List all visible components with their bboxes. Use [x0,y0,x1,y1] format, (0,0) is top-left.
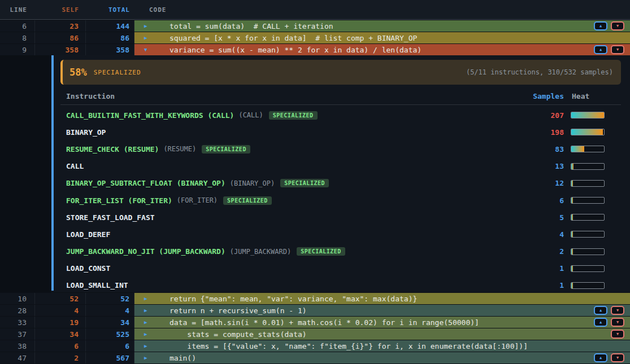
heat-cell [571,231,621,238]
samples-value: 4 [529,230,564,239]
heat-cell [571,180,621,187]
code-cell[interactable]: ▶ total = sum(data) # CALL + iteration ▲… [134,20,630,32]
self-samples-cell: 52 [35,293,86,304]
code-row: 28 4 4 ▶ return n + recursive_sum(n - 1)… [0,305,630,316]
row-buttons: ▲ ▼ [611,330,624,339]
instruction-row: BINARY_OP_SUBTRACT_FLOAT (BINARY_OP) (BI… [60,175,621,192]
expand-triangle-icon[interactable]: ▶ [144,343,151,349]
move-up-button[interactable]: ▲ [594,45,607,54]
panel-content: 58% SPECIALIZED (5/11 instructions, 310/… [51,55,630,292]
move-up-button[interactable]: ▲ [594,21,607,30]
expand-triangle-icon[interactable]: ▶ [144,319,151,325]
code-cell[interactable]: ▶ items = [{"value": x, "name": f"item_{… [134,340,630,352]
heat-bar-fill [571,249,573,255]
col-header-heat[interactable]: Heat [571,92,621,100]
expand-triangle-icon[interactable]: ▶ [144,308,151,313]
base-instruction-name: (CALL) [238,111,263,119]
instruction-name-cell: LOAD_SMALL_INT [66,281,529,290]
samples-value: 1 [529,264,564,273]
total-samples-cell: 144 [86,20,134,32]
heat-bar-fill [571,112,604,118]
move-down-button[interactable]: ▼ [611,45,624,54]
code-row: 9 358 358 ▼ variance = sum((x - mean) **… [0,44,630,55]
expand-triangle-icon[interactable]: ▶ [144,23,151,29]
col-header-instruction[interactable]: Instruction [66,92,529,100]
samples-value: 198 [529,128,564,137]
col-header-total[interactable]: TOTAL [86,6,134,14]
expand-triangle-icon[interactable]: ▶ [144,355,151,361]
heat-bar-track [571,146,605,152]
instruction-name: CALL [66,162,84,170]
move-down-button[interactable]: ▼ [611,306,624,315]
heat-bar-track [571,231,605,238]
instruction-table-header: Instruction Samples Heat [60,87,621,105]
move-down-button[interactable]: ▼ [611,318,624,327]
self-samples-cell: 4 [35,305,86,316]
move-down-button[interactable]: ▼ [611,353,624,362]
specialized-label: SPECIALIZED [94,69,141,76]
heat-cell [571,129,621,135]
instruction-name: BINARY_OP_SUBTRACT_FLOAT (BINARY_OP) [66,179,225,187]
row-buttons: ▲ ▼ [594,318,624,327]
instruction-name-cell: STORE_FAST_LOAD_FAST [66,213,529,222]
instruction-name-cell: CALL_BUILTIN_FAST_WITH_KEYWORDS (CALL) (… [66,111,529,120]
specialized-badge: SPECIALIZED [223,196,272,205]
instruction-name-cell: LOAD_CONST [66,264,529,273]
instruction-name-cell: RESUME_CHECK (RESUME) (RESUME) SPECIALIZ… [66,145,529,154]
total-samples-cell: 4 [86,305,134,316]
samples-value: 1 [529,281,564,290]
samples-value: 207 [529,111,564,120]
heat-cell [571,248,621,255]
move-down-button[interactable]: ▼ [611,330,624,339]
expand-triangle-icon[interactable]: ▶ [144,296,151,301]
panel-gutter [0,55,51,292]
row-buttons: ▲ ▼ [594,306,624,315]
code-row: 38 6 6 ▶ items = [{"value": x, "name": f… [0,340,630,352]
code-cell[interactable]: ▶ data = [math.sin(i * 0.01) + math.cos(… [134,317,630,328]
col-header-samples[interactable]: Samples [529,92,564,100]
code-cell[interactable]: ▶ stats = compute_stats(data) ▲ ▼ [134,328,630,340]
move-up-button[interactable]: ▲ [594,318,607,327]
samples-value: 13 [529,162,564,170]
profiler-app: LINE SELF TOTAL CODE 6 23 144 ▶ total = … [0,0,630,364]
move-up-button[interactable]: ▲ [594,306,607,315]
heat-bar-track [571,282,605,289]
heat-bar-fill [571,164,573,169]
expand-triangle-icon[interactable]: ▶ [144,35,151,41]
self-samples-cell: 6 [35,340,86,352]
code-cell[interactable]: ▼ variance = sum((x - mean) ** 2 for x i… [134,44,630,55]
code-cell[interactable]: ▶ return {"mean": mean, "var": variance,… [134,293,630,304]
col-header-self[interactable]: SELF [35,6,86,14]
specialized-badge: SPECIALIZED [269,111,318,120]
heat-bar-track [571,163,605,170]
instruction-name: LOAD_CONST [66,264,110,273]
instruction-name: LOAD_SMALL_INT [66,281,128,290]
self-samples-cell: 2 [35,352,86,363]
base-instruction-name: (RESUME) [163,145,196,153]
instruction-row: STORE_FAST_LOAD_FAST 5 [60,209,621,226]
heat-bar-track [571,248,605,255]
expand-triangle-icon[interactable]: ▶ [144,331,151,337]
instruction-name-cell: CALL [66,162,529,170]
expand-triangle-icon[interactable]: ▼ [144,47,151,52]
code-row: 8 86 86 ▶ squared = [x * x for x in data… [0,32,630,43]
code-cell[interactable]: ▶ return n + recursive_sum(n - 1) ▲ ▼ [134,305,630,316]
heat-cell [571,197,621,204]
instruction-name-cell: FOR_ITER_LIST (FOR_ITER) (FOR_ITER) SPEC… [66,196,529,205]
move-down-button[interactable]: ▼ [611,21,624,30]
code-row: 47 2 567 ▶ main() ▲ ▼ [0,352,630,363]
heat-cell [571,282,621,289]
instruction-row: CALL 13 [60,158,621,175]
code-text: total = sum(data) # CALL + iteration [170,22,594,30]
instruction-row: RESUME_CHECK (RESUME) (RESUME) SPECIALIZ… [60,141,621,157]
code-cell[interactable]: ▶ main() ▲ ▼ [134,352,630,363]
self-samples-cell: 19 [35,317,86,328]
move-up-button[interactable]: ▲ [594,353,607,362]
code-cell[interactable]: ▶ squared = [x * x for x in data] # list… [134,32,630,43]
instruction-row: BINARY_OP 198 [60,124,621,141]
base-instruction-name: (JUMP_BACKWARD) [230,248,291,256]
line-number-cell: 37 [0,328,35,340]
total-samples-cell: 6 [86,340,134,352]
samples-value: 83 [529,145,564,154]
row-buttons: ▲ ▼ [594,21,624,30]
